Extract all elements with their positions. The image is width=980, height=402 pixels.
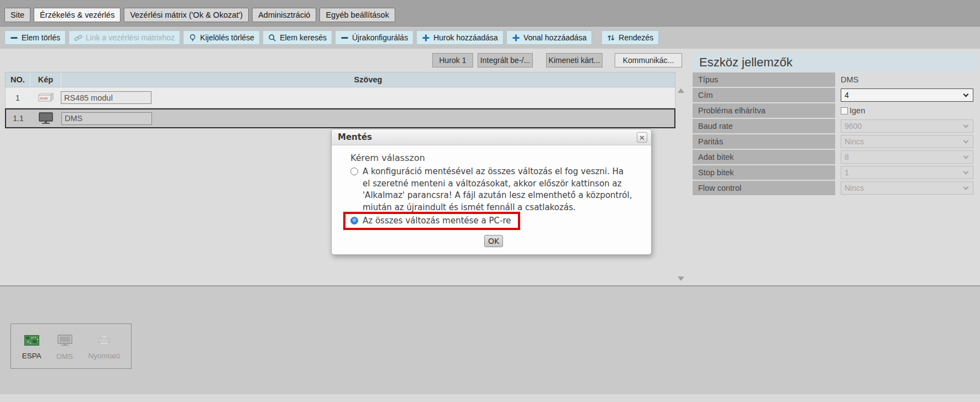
chevron-down-icon <box>963 153 969 159</box>
toolbar-button-label: Rendezés <box>619 33 653 42</box>
scroll-down-button[interactable] <box>678 276 684 281</box>
reconfigure-button[interactable]: Újrakonfigurálás <box>335 30 413 45</box>
subtab-output-cards[interactable]: Kimeneti kárt... <box>546 53 602 67</box>
subtab-communication[interactable]: Kommunikác... <box>615 53 682 67</box>
chevron-down-icon <box>963 184 969 190</box>
chevron-down-icon <box>963 91 969 97</box>
tab-site[interactable]: Site <box>4 8 30 22</box>
find-element-button[interactable]: Elem keresés <box>263 30 332 45</box>
chevron-down-icon <box>963 122 969 128</box>
add-loop-button[interactable]: Hurok hozzáadása <box>416 30 504 45</box>
radio-option-save-to-panel[interactable]: A konfiguráció mentésével az összes vált… <box>350 166 633 213</box>
row-text-cell <box>61 91 675 104</box>
property-row-type: Típus DMS <box>693 72 978 87</box>
circuit-board-icon <box>24 335 39 348</box>
toolbar-button-label: Kijelölés törlése <box>200 33 254 42</box>
ok-button[interactable]: OK <box>484 235 503 247</box>
tab-administration[interactable]: Adminisztráció <box>252 8 316 22</box>
select-value: 9600 <box>845 122 862 130</box>
property-row-problem-fixed: Probléma elhárítva Igen <box>693 103 978 118</box>
toolbar-button-label: Link a vezérlési mátrixhoz <box>86 33 175 42</box>
top-tab-bar: Site Érzékelés & vezérlés Vezérlési mátr… <box>0 0 980 26</box>
select-value: 8 <box>845 153 849 161</box>
palette-item-espa[interactable]: ESPA <box>22 335 41 360</box>
column-header-no: NO. <box>6 72 30 87</box>
property-row-stop-bits: Stop bitek 1 <box>693 165 978 180</box>
parity-select: Nincs <box>841 135 973 148</box>
radio-option-save-to-pc[interactable]: Az összes változás mentése a PC-re <box>363 216 511 226</box>
toolbar-button-label: Újrakonfigurálás <box>352 33 408 42</box>
property-label: Cím <box>693 88 835 102</box>
property-label: Probléma elhárítva <box>693 103 835 118</box>
property-label: Stop bitek <box>693 165 835 180</box>
select-value: 4 <box>845 91 849 100</box>
link-icon <box>74 34 82 42</box>
palette-item-label: Nyomtató <box>88 352 120 360</box>
add-line-button[interactable]: Vonal hozzáadása <box>506 30 592 45</box>
row-number: 1 <box>6 93 30 102</box>
tab-detection-control[interactable]: Érzékelés & vezérlés <box>34 8 120 22</box>
device-properties-panel: Típus DMS Cím 4 Probléma elhárítva Igen … <box>693 72 978 196</box>
property-label: Flow control <box>693 181 835 195</box>
rs485-module-icon: RS485 <box>30 92 61 103</box>
minus-icon <box>340 34 349 42</box>
subtab-loop1[interactable]: Hurok 1 <box>432 53 473 67</box>
chevron-down-icon <box>963 138 969 143</box>
printer-icon <box>97 335 111 348</box>
close-button[interactable]: × <box>637 132 647 143</box>
table-scrollbar[interactable] <box>677 88 685 281</box>
close-icon: × <box>639 134 645 141</box>
dialog-title: Mentés <box>338 132 372 142</box>
palette-item-label: ESPA <box>22 352 41 360</box>
toolbar-button-label: Vonal hozzáadása <box>523 33 586 42</box>
flow-control-select: Nincs <box>841 181 973 195</box>
column-header-text: Szöveg <box>61 72 675 87</box>
problem-fixed-checkbox[interactable] <box>841 107 848 114</box>
address-select[interactable]: 4 <box>841 88 973 102</box>
data-bits-select: 8 <box>841 150 973 164</box>
radio-option-text: A konfiguráció mentésével az összes vált… <box>363 166 633 213</box>
property-label: Baud rate <box>693 119 835 133</box>
table-row-selected[interactable]: 1.1 <box>5 108 675 128</box>
tab-other-settings[interactable]: Egyéb beállítások <box>319 8 395 22</box>
table-row[interactable]: 1 RS485 <box>5 87 675 108</box>
radio-unselected-icon[interactable] <box>350 168 358 175</box>
clear-selection-button[interactable]: Kijelölés törlése <box>183 30 260 45</box>
element-text-input[interactable] <box>61 91 151 104</box>
palette-item-label: DMS <box>56 352 73 361</box>
dialog-body: Kérem válasszon A konfiguráció mentéséve… <box>332 145 651 254</box>
property-label: Adat bitek <box>693 150 835 164</box>
tab-control-matrix[interactable]: Vezérlési mátrix ('Ok & Okozat') <box>124 8 249 22</box>
bottom-area <box>0 286 980 394</box>
minus-icon <box>10 34 18 42</box>
baud-rate-select: 9600 <box>841 119 973 133</box>
select-value: Nincs <box>845 137 864 146</box>
property-row-baud-rate: Baud rate 9600 <box>693 119 978 133</box>
stop-bits-select: 1 <box>841 166 973 179</box>
sort-button[interactable]: Rendezés <box>601 30 659 45</box>
property-label: Paritás <box>693 134 835 149</box>
toolbar-button-label: Elem törlés <box>22 33 60 42</box>
subtab-integrated-io[interactable]: Integrált be-/... <box>478 53 533 67</box>
bulb-icon <box>188 34 197 42</box>
row-number: 1.1 <box>6 114 30 123</box>
select-value: 1 <box>845 168 849 177</box>
dialog-title-bar[interactable]: Mentés × <box>332 129 651 145</box>
column-header-image: Kép <box>30 72 61 87</box>
radio-selected-icon[interactable] <box>350 217 358 225</box>
bottom-strip <box>0 394 980 402</box>
property-row-data-bits: Adat bitek 8 <box>693 150 978 164</box>
toolbar-button-label: Elem keresés <box>280 33 327 42</box>
delete-element-button[interactable]: Elem törlés <box>4 30 66 45</box>
palette-item-dms: DMS <box>56 335 73 361</box>
property-label: Típus <box>693 72 835 87</box>
search-icon <box>268 34 276 42</box>
plus-icon <box>512 34 520 42</box>
property-row-flow-control: Flow control Nincs <box>693 181 978 195</box>
sort-icon <box>607 34 615 42</box>
element-text-input[interactable] <box>61 112 152 125</box>
toolbar-button-label: Hurok hozzáadása <box>433 33 498 42</box>
svg-text:RS485: RS485 <box>40 97 48 100</box>
scroll-up-button[interactable] <box>678 88 684 93</box>
checkbox-label: Igen <box>850 106 865 115</box>
